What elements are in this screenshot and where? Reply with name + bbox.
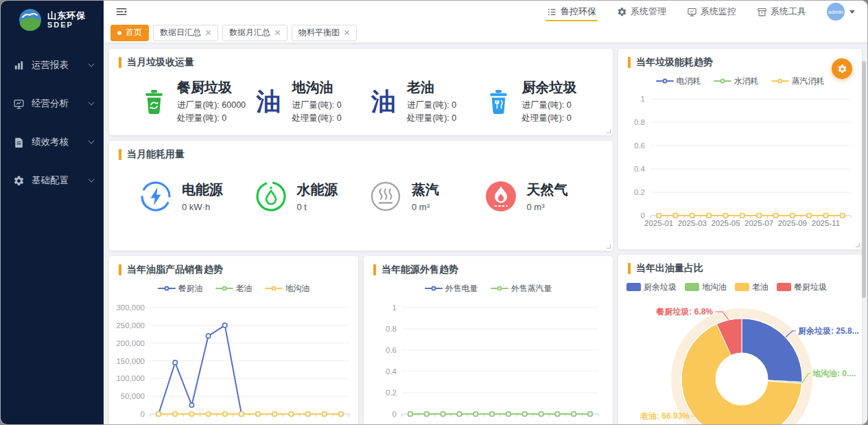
svg-text:0: 0 xyxy=(140,410,144,418)
oil-output-donut-chart: 厨余垃圾: 25.8...地沟油: 0....老油: 66.93%餐厨垃圾: 6… xyxy=(618,295,863,425)
oil-sales-line-chart: 050,000100,000150,000200,000250,000300,0… xyxy=(110,297,357,425)
card-energy-usage: 当月能耗用量 电能源 0 kW·h xyxy=(109,141,613,251)
svg-text:0.8: 0.8 xyxy=(634,118,645,126)
header-nav-label: 系统管理 xyxy=(631,5,666,18)
legend-item[interactable]: 地沟油 xyxy=(265,283,310,295)
svg-text:0: 0 xyxy=(392,410,396,418)
vertical-scrollbar[interactable] xyxy=(862,61,866,298)
title-accent-bar xyxy=(119,149,121,160)
header-nav-system-monitor[interactable]: 系统监控 xyxy=(687,1,736,23)
svg-text:厨余垃圾: 25.8...: 厨余垃圾: 25.8... xyxy=(797,326,859,336)
intake-line: 进厂量(吨): 0 xyxy=(522,99,577,112)
energy-name: 天然气 xyxy=(527,181,568,199)
waste-item-gutter-oil: 油 地沟油 进厂量(吨): 0 处理量(吨): 0 xyxy=(255,78,370,126)
svg-text:0.2: 0.2 xyxy=(386,389,397,397)
legend-item[interactable]: 外售蒸汽量 xyxy=(491,283,552,295)
close-icon[interactable] xyxy=(344,30,350,36)
intake-line: 进厂量(吨): 0 xyxy=(407,99,456,112)
legend-item[interactable]: 电消耗 xyxy=(656,76,701,87)
chart-settings-button[interactable] xyxy=(832,58,852,79)
user-menu[interactable]: admin xyxy=(827,3,855,21)
waste-item-kitchen-waste: 厨余垃圾 进厂量(吨): 0 处理量(吨): 0 xyxy=(484,78,600,126)
logo-text-en: SDEP xyxy=(47,21,86,29)
legend-item[interactable]: 水消耗 xyxy=(714,76,759,87)
tab-home[interactable]: 首页 xyxy=(110,25,149,41)
svg-text:2025-01: 2025-01 xyxy=(644,219,673,227)
energy-value: 0 kW·h xyxy=(182,202,223,212)
card-energy-sale-trend: 当年能源外售趋势 外售电量外售蒸汽量 00.20.40.60.81 xyxy=(364,256,613,425)
tab-monthly-summary[interactable]: 数据月汇总 xyxy=(222,25,288,41)
waste-name: 厨余垃圾 xyxy=(522,78,577,97)
header-nav-system-manage[interactable]: 系统管理 xyxy=(617,1,666,23)
tab-daily-summary[interactable]: 数据日汇总 xyxy=(153,25,218,41)
title-accent-bar xyxy=(119,264,121,275)
close-icon[interactable] xyxy=(205,30,211,36)
tab-material-balance[interactable]: 物料平衡图 xyxy=(292,25,357,41)
svg-text:2025-05: 2025-05 xyxy=(711,219,740,227)
card-title: 当年垃圾能耗趋势 xyxy=(636,56,713,69)
chart-legend: 电消耗水消耗蒸汽消耗 xyxy=(618,74,862,88)
legend-item[interactable]: 老油 xyxy=(735,282,769,293)
sidebar-item-operation-reports[interactable]: 运营报表 xyxy=(1,46,104,84)
avatar[interactable]: admin xyxy=(827,3,845,21)
svg-text:100,000: 100,000 xyxy=(116,374,145,382)
sidebar-collapse-icon[interactable] xyxy=(115,5,128,19)
card-oil-output-ratio: 当年出油量占比 厨余垃圾地沟油老油餐厨垃圾 厨余垃圾: 25.8...地沟油: … xyxy=(618,255,862,425)
legend-item[interactable]: 厨余垃圾 xyxy=(626,282,677,293)
svg-text:0.8: 0.8 xyxy=(386,325,397,333)
oil-character-icon: 油 xyxy=(255,89,283,114)
electricity-icon xyxy=(139,180,172,213)
legend-item[interactable]: 外售电量 xyxy=(425,283,478,295)
sidebar-item-basic-config[interactable]: 基础配置 xyxy=(1,161,104,200)
svg-text:2025-03: 2025-03 xyxy=(678,219,707,227)
waste-items-row: 餐厨垃圾 进厂量(吨): 60000 处理量(吨): 0 油 地沟油 进厂量(吨… xyxy=(109,69,613,126)
sidebar-item-label: 基础配置 xyxy=(32,174,89,187)
close-icon[interactable] xyxy=(274,30,281,36)
gear-icon xyxy=(617,7,627,17)
sidebar-item-business-analysis[interactable]: 经营分析 xyxy=(1,84,104,123)
processed-line: 处理量(吨): 0 xyxy=(522,112,577,125)
resize-handle[interactable] xyxy=(607,244,611,249)
monitor-chart-icon xyxy=(13,98,25,110)
header-nav-label: 系统监控 xyxy=(701,5,736,18)
svg-text:2025-09: 2025-09 xyxy=(778,219,807,227)
monitor-icon xyxy=(687,7,697,17)
energy-name: 电能源 xyxy=(182,181,223,199)
intake-value: 0 xyxy=(451,100,456,110)
legend-item[interactable]: 地沟油 xyxy=(685,282,727,293)
card-title: 当年能源外售趋势 xyxy=(382,264,458,276)
sidebar-item-label: 经营分析 xyxy=(32,97,89,110)
sidebar-menu: 运营报表 经营分析 绩效考核 基础配置 xyxy=(1,46,104,200)
water-drop-icon xyxy=(255,180,288,213)
dashboard-content: 当月垃圾收运量 餐厨垃圾 进厂量(吨): 60000 处理量(吨): 0 xyxy=(104,43,867,425)
svg-text:0.2: 0.2 xyxy=(634,188,645,196)
header-nav-lukong[interactable]: 鲁控环保 xyxy=(547,1,596,23)
energy-consumption-line-chart: 00.20.40.60.812025-012025-032025-052025-… xyxy=(622,89,858,235)
logo-text-cn: 山东环保 xyxy=(47,11,86,21)
resize-handle[interactable] xyxy=(607,129,611,133)
gear-icon xyxy=(13,175,25,187)
title-accent-bar xyxy=(119,57,121,68)
header-nav: 鲁控环保 系统管理 系统监控 xyxy=(547,1,855,23)
header-nav-system-tools[interactable]: 系统工具 xyxy=(757,1,806,23)
title-accent-bar xyxy=(373,264,376,275)
energy-item-steam: 蒸汽 0 m³ xyxy=(369,180,484,213)
energy-sale-line-chart: 00.20.40.60.81 xyxy=(372,297,605,425)
card-title: 当月能耗用量 xyxy=(127,148,185,161)
waste-name: 地沟油 xyxy=(292,78,342,97)
sidebar-item-performance-review[interactable]: 绩效考核 xyxy=(1,123,104,161)
intake-line: 进厂量(吨): 60000 xyxy=(177,99,246,112)
tab-label: 物料平衡图 xyxy=(298,27,340,38)
energy-item-water: 水能源 0 t xyxy=(255,180,370,213)
card-title: 当月垃圾收运量 xyxy=(127,56,194,69)
steam-icon xyxy=(369,180,402,213)
resize-handle[interactable] xyxy=(856,243,860,247)
energy-item-electric: 电能源 0 kW·h xyxy=(139,180,255,213)
processed-value: 0 xyxy=(222,113,226,123)
legend-item[interactable]: 老油 xyxy=(215,283,253,295)
waste-name: 老油 xyxy=(407,78,456,97)
legend-item[interactable]: 餐厨油 xyxy=(158,283,203,295)
legend-item[interactable]: 餐厨垃圾 xyxy=(777,282,827,293)
legend-item[interactable]: 蒸汽消耗 xyxy=(771,76,825,87)
processed-value: 0 xyxy=(451,113,456,123)
